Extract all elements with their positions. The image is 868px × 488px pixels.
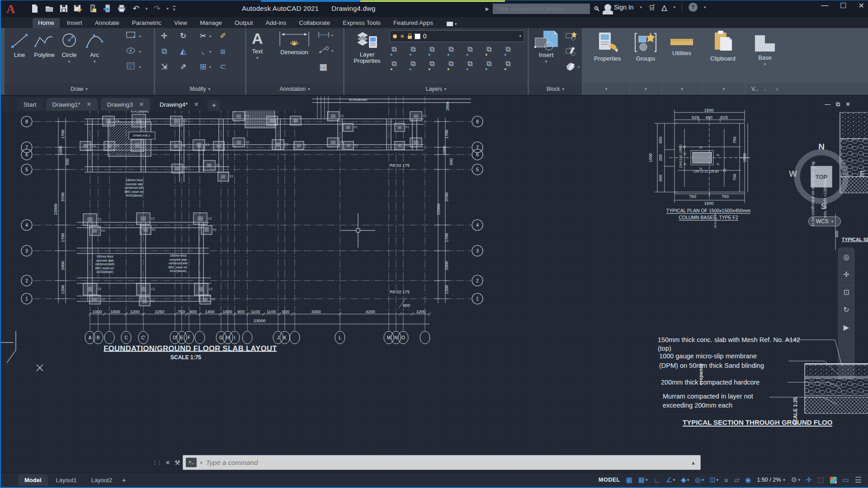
tab-close-icon[interactable]: ✕	[139, 101, 144, 108]
command-prompt-icon[interactable]: >_	[186, 458, 197, 467]
attributes-dropdown-icon[interactable]: ▾	[578, 65, 580, 69]
layer-tool-4-icon[interactable]: ⧉●	[447, 45, 458, 56]
arc-button[interactable]: Arc▾	[84, 32, 105, 64]
ribbon-tab-insert[interactable]: Insert	[61, 18, 88, 28]
trim-button[interactable]: ✂	[198, 31, 208, 42]
search-icon[interactable]: 🔍︎	[594, 5, 600, 13]
offset-button[interactable]: ⊂	[217, 61, 228, 72]
new-file-button[interactable]	[30, 3, 40, 14]
ribbon-tab-output[interactable]: Output	[229, 18, 259, 28]
viewcube-west[interactable]: W	[789, 169, 797, 179]
viewcube-east[interactable]: E	[860, 169, 866, 179]
app-store-cart-icon[interactable]: 🛒︎	[648, 4, 655, 11]
doc-restore-button[interactable]: ⧉	[836, 101, 840, 108]
layout-tab-layout1[interactable]: Layout1	[50, 474, 83, 486]
layers-panel-footer[interactable]: Layers▾	[344, 83, 528, 95]
polyline-button[interactable]: Polyline	[33, 32, 56, 58]
layer-tool-7-icon[interactable]: ⧉●	[504, 45, 515, 56]
help-icon[interactable]: ?	[689, 3, 698, 12]
utilities-big-button[interactable]: Utilities	[669, 35, 695, 56]
stretch-button[interactable]: ⇲	[159, 61, 170, 72]
command-bar-drag-handle[interactable]: ⋮⋮	[152, 459, 161, 466]
layer-tool-8-icon[interactable]: ⧉●	[390, 60, 401, 70]
array-dropdown-icon[interactable]: ▾	[209, 65, 211, 69]
trim-dropdown-icon[interactable]: ▾	[209, 34, 211, 38]
autodesk-app-icon[interactable]: △	[661, 3, 667, 12]
array-button[interactable]: ⊞	[198, 61, 208, 72]
orbit-icon[interactable]: ↻	[843, 305, 849, 314]
doc-minimize-button[interactable]: —	[825, 101, 830, 108]
circle-button[interactable]: Circle▾	[59, 32, 80, 64]
full-navigation-wheel-icon[interactable]: ◎	[843, 253, 849, 261]
share-drawing-button[interactable]	[102, 3, 112, 14]
move-button[interactable]: ✛	[159, 31, 170, 42]
annotation-scale-control[interactable]: 1:50 / 2%▾	[757, 477, 785, 483]
close-button[interactable]: ✕	[859, 1, 864, 10]
sign-in-dropdown-icon[interactable]: ▾	[640, 5, 642, 9]
model-space-canvas[interactable]: 8877665544332211ABCC'D'EFGHIJKLMNO100015…	[1, 96, 868, 472]
explode-button[interactable]: ⧈	[217, 46, 228, 57]
tab-close-icon[interactable]: ✕	[87, 101, 91, 108]
utilities-panel-footer[interactable]: ▾	[662, 83, 702, 95]
plot-button[interactable]	[117, 3, 127, 14]
command-dropdown-icon[interactable]: ▾	[200, 460, 203, 465]
quick-properties-icon[interactable]: ⬚	[817, 476, 824, 484]
clipboard-panel-footer[interactable]: ▾	[703, 83, 745, 95]
model-space-toggle[interactable]: MODEL	[599, 477, 620, 483]
save-button[interactable]	[59, 3, 69, 14]
text-button[interactable]: A Text▾	[252, 30, 263, 60]
ribbon-tab-parametric[interactable]: Parametric	[127, 18, 167, 28]
panel-launcher-icon[interactable]: ↘	[775, 87, 778, 91]
selection-cycling-icon[interactable]: ▱	[734, 476, 740, 484]
annotation-panel-footer[interactable]: Annotation▾	[246, 83, 343, 95]
arc-dropdown-icon[interactable]: ▾	[94, 59, 96, 64]
customization-menu-icon[interactable]: ☰	[855, 475, 862, 485]
open-file-button[interactable]	[44, 3, 54, 14]
base-button[interactable]: Base▾	[752, 33, 778, 66]
redo-button[interactable]: ↷	[152, 3, 162, 14]
viewcube-top-face[interactable]: TOP	[811, 166, 832, 188]
draw-panel-footer[interactable]: Draw▾	[5, 83, 154, 95]
search-expand-icon[interactable]: ▶	[486, 6, 489, 11]
grid-display-icon[interactable]: ▦	[626, 476, 632, 484]
autocad-logo-icon[interactable]: A	[6, 2, 22, 16]
copy-button[interactable]: ⧉	[159, 46, 170, 57]
isometric-drafting-icon[interactable]: ◆▾	[681, 476, 689, 484]
qat-customize-icon[interactable]: ▾	[173, 6, 175, 12]
block-panel-footer[interactable]: Block▾	[529, 83, 582, 95]
layer-tool-1-icon[interactable]: ⧉●	[390, 45, 401, 56]
insert-button[interactable]: Insert▾	[533, 30, 559, 64]
object-snap-tracking-icon[interactable]: ◎▾	[695, 476, 704, 484]
layer-dropdown-icon[interactable]: ▾	[519, 34, 521, 38]
command-history-icon[interactable]: ▲	[691, 460, 698, 465]
doc-close-button[interactable]: ✕	[845, 101, 850, 108]
rectangle-tool-icon[interactable]	[126, 31, 137, 42]
ribbon-tab-add-ins[interactable]: Add-ins	[260, 18, 292, 28]
maximize-button[interactable]: ☐	[840, 1, 846, 10]
fillet-dropdown-icon[interactable]: ▾	[209, 50, 211, 54]
layer-tool-9-icon[interactable]: ⧉●	[409, 60, 420, 70]
ribbon-tab-annotate[interactable]: Annotate	[90, 18, 125, 28]
rotate-button[interactable]: ↻	[178, 31, 189, 42]
linear-dimension-icon[interactable]	[318, 31, 329, 42]
ribbon-tab-express-tools[interactable]: Express Tools	[337, 18, 386, 28]
ribbon-tab-view[interactable]: View	[169, 18, 193, 28]
autodesk-app-dropdown-icon[interactable]: ▾	[673, 5, 675, 9]
ribbon-tab-home[interactable]: Home	[33, 18, 60, 28]
layer-tool-14-icon[interactable]: ⧉●	[504, 60, 515, 70]
modify-panel-footer[interactable]: Modify▾	[155, 83, 245, 95]
base-dropdown-icon[interactable]: ▾	[764, 62, 766, 66]
ribbon-tab-manage[interactable]: Manage	[194, 18, 227, 28]
clipboard-big-button[interactable]: Clipboard	[710, 30, 736, 62]
layer-properties-button[interactable]: Layer Properties	[347, 30, 387, 64]
layer-tool-13-icon[interactable]: ⧉●	[485, 60, 496, 70]
properties-panel-footer[interactable]: ▾	[583, 83, 629, 95]
undo-button[interactable]: ↶	[131, 3, 141, 14]
search-input[interactable]	[493, 4, 590, 14]
minimize-button[interactable]: —	[821, 1, 828, 10]
workspace-gear-icon[interactable]: ⚙▾	[791, 476, 800, 484]
clean-screen-icon[interactable]: ▭	[843, 476, 849, 484]
viewcube-north[interactable]: N	[818, 142, 825, 152]
layer-tool-3-icon[interactable]: ⧉●	[428, 45, 439, 56]
hatch-tool-icon[interactable]	[126, 61, 137, 72]
